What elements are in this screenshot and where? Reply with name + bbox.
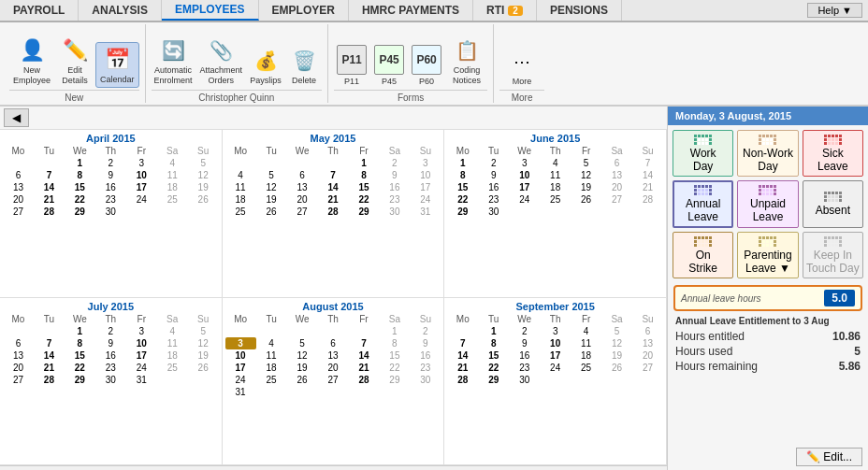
prev-month-button[interactable]: ◀: [4, 108, 29, 127]
day-cell[interactable]: 26: [287, 374, 318, 386]
day-cell[interactable]: 15: [478, 349, 509, 362]
coding-notices-button[interactable]: 📋 CodingNotices: [446, 34, 487, 88]
day-cell[interactable]: 27: [318, 374, 349, 386]
day-cell[interactable]: 25: [571, 362, 601, 374]
day-cell[interactable]: 8: [379, 337, 410, 349]
absent-button[interactable]: Absent: [803, 180, 863, 228]
day-cell[interactable]: 21: [632, 181, 663, 193]
day-cell[interactable]: 10: [126, 337, 157, 349]
day-cell[interactable]: 28: [447, 374, 478, 386]
day-cell[interactable]: 31: [225, 386, 256, 398]
day-cell[interactable]: 11: [157, 169, 188, 181]
day-cell[interactable]: 20: [601, 181, 632, 193]
day-cell[interactable]: 10: [540, 337, 571, 349]
day-cell[interactable]: 15: [348, 181, 379, 193]
day-cell[interactable]: 4: [157, 157, 188, 169]
day-cell[interactable]: 7: [632, 157, 663, 169]
sick-leave-button[interactable]: SickLeave: [803, 130, 863, 177]
day-cell[interactable]: 23: [95, 362, 126, 374]
day-cell[interactable]: 4: [256, 337, 287, 349]
day-cell[interactable]: 5: [188, 325, 219, 337]
more-button[interactable]: ⋯ More: [499, 45, 544, 88]
day-cell[interactable]: 26: [188, 193, 219, 206]
day-cell[interactable]: 8: [65, 337, 95, 349]
day-cell[interactable]: 17: [225, 362, 256, 374]
day-cell[interactable]: 7: [447, 337, 478, 349]
day-cell[interactable]: 9: [478, 169, 509, 181]
day-cell[interactable]: 22: [65, 362, 95, 374]
unpaid-leave-button[interactable]: UnpaidLeave: [737, 180, 798, 228]
day-cell[interactable]: 8: [478, 337, 509, 349]
day-cell[interactable]: 2: [478, 157, 509, 169]
day-cell[interactable]: 17: [126, 349, 157, 362]
day-cell[interactable]: 20: [287, 193, 318, 206]
day-cell[interactable]: 20: [3, 362, 34, 374]
day-cell[interactable]: 29: [379, 374, 410, 386]
nav-rti[interactable]: RTI 2: [473, 0, 537, 21]
day-cell[interactable]: 17: [509, 181, 540, 193]
edit-button[interactable]: ✏️ Edit...: [796, 448, 862, 466]
day-cell[interactable]: 18: [571, 349, 601, 362]
edit-details-button[interactable]: ✏️ EditDetails: [56, 34, 94, 88]
day-cell[interactable]: 28: [34, 206, 65, 218]
new-employee-button[interactable]: 👤 NewEmployee: [9, 34, 54, 88]
day-cell[interactable]: 11: [256, 349, 287, 362]
day-cell[interactable]: 16: [379, 181, 410, 193]
day-cell[interactable]: 12: [287, 349, 318, 362]
day-cell[interactable]: 26: [601, 362, 632, 374]
day-cell[interactable]: 13: [318, 349, 349, 362]
day-cell[interactable]: 30: [95, 206, 126, 218]
day-cell[interactable]: 9: [95, 169, 126, 181]
day-cell[interactable]: 19: [188, 181, 219, 193]
calendar-button[interactable]: 📅 Calendar: [95, 42, 139, 88]
day-cell[interactable]: 22: [348, 193, 379, 206]
day-cell[interactable]: 18: [225, 193, 256, 206]
day-cell[interactable]: 9: [509, 337, 540, 349]
day-cell[interactable]: 29: [348, 206, 379, 218]
day-cell[interactable]: 29: [478, 374, 509, 386]
day-cell[interactable]: 14: [447, 349, 478, 362]
day-cell[interactable]: 4: [540, 157, 571, 169]
day-cell[interactable]: 25: [225, 206, 256, 218]
day-cell[interactable]: 25: [540, 193, 571, 206]
day-cell[interactable]: 18: [540, 181, 571, 193]
day-cell[interactable]: 21: [318, 193, 349, 206]
day-cell[interactable]: 24: [126, 193, 157, 206]
day-cell[interactable]: 10: [225, 349, 256, 362]
day-cell[interactable]: 26: [256, 206, 287, 218]
day-cell[interactable]: 27: [601, 193, 632, 206]
day-cell[interactable]: 5: [188, 157, 219, 169]
day-cell[interactable]: 22: [379, 362, 410, 374]
day-cell[interactable]: 27: [632, 362, 663, 374]
day-cell[interactable]: 24: [225, 374, 256, 386]
day-cell[interactable]: 28: [348, 374, 379, 386]
day-cell[interactable]: 7: [34, 169, 65, 181]
day-cell[interactable]: 9: [410, 337, 441, 349]
day-cell[interactable]: 12: [571, 169, 601, 181]
day-cell[interactable]: 5: [571, 157, 601, 169]
day-cell[interactable]: 19: [188, 349, 219, 362]
day-cell[interactable]: 25: [157, 193, 188, 206]
nav-hmrc[interactable]: HMRC PAYMENTS: [349, 0, 473, 21]
day-cell[interactable]: 29: [65, 374, 95, 386]
day-cell[interactable]: 10: [126, 169, 157, 181]
non-work-day-button[interactable]: Non-WorkDay: [737, 130, 798, 177]
day-cell[interactable]: 27: [3, 206, 34, 218]
day-cell[interactable]: 2: [95, 325, 126, 337]
day-cell[interactable]: 4: [571, 325, 601, 337]
day-cell[interactable]: 13: [3, 181, 34, 193]
day-cell[interactable]: 6: [3, 337, 34, 349]
day-cell[interactable]: 19: [601, 349, 632, 362]
day-cell[interactable]: 31: [410, 206, 441, 218]
day-cell[interactable]: 3: [410, 157, 441, 169]
day-cell[interactable]: 6: [318, 337, 349, 349]
day-cell[interactable]: 26: [188, 362, 219, 374]
day-cell[interactable]: 15: [379, 349, 410, 362]
day-cell[interactable]: 16: [410, 349, 441, 362]
day-cell[interactable]: 20: [318, 362, 349, 374]
day-cell[interactable]: 16: [478, 181, 509, 193]
day-cell[interactable]: 16: [509, 349, 540, 362]
day-cell[interactable]: 14: [318, 181, 349, 193]
automatic-enrolment-button[interactable]: 🔄 AutomaticEnrolment: [152, 34, 195, 88]
day-cell[interactable]: 23: [509, 362, 540, 374]
